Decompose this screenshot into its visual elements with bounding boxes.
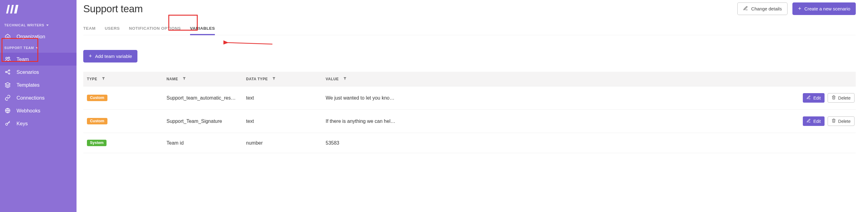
col-header-type[interactable]: TYPE [83,72,163,86]
sidebar-item-team[interactable]: Team [0,53,76,66]
type-badge: Custom [87,95,107,101]
tabs: TEAMUSERSNOTIFICATION OPTIONSVARIABLES [83,24,856,35]
header: Support team Change details + Create a n… [83,0,856,15]
cell-datatype: text [242,110,322,133]
sidebar-section-support-team[interactable]: SUPPORT TEAM [0,43,76,53]
variables-table: TYPE NAME DATA TYPE [83,72,856,153]
tab-variables[interactable]: VARIABLES [190,24,215,35]
filter-icon[interactable] [272,77,276,81]
svg-point-6 [8,70,10,71]
home-icon [4,33,11,40]
delete-button[interactable]: Delete [828,93,855,103]
edit-button[interactable]: Edit [803,116,824,126]
sidebar-item-label: Scenarios [17,69,39,75]
edit-icon [806,95,811,100]
cell-name: Support_Team_Signature [163,110,242,133]
table-row: CustomSupport_team_automatic_res…textWe … [83,86,856,110]
col-header-datatype[interactable]: DATA TYPE [242,72,322,86]
svg-marker-16 [273,77,275,80]
app-logo[interactable] [0,3,76,20]
svg-marker-2 [14,5,18,13]
sidebar-item-webhooks[interactable]: Webhooks [0,104,76,117]
svg-marker-15 [183,77,185,80]
table-row: CustomSupport_Team_SignaturetextIf there… [83,110,856,133]
svg-line-19 [227,42,272,44]
button-label: Delete [838,119,850,124]
col-header-name[interactable]: NAME [163,72,242,86]
cell-value: If there is anything we can hel… [322,110,795,133]
svg-point-4 [8,57,10,59]
sidebar-item-templates[interactable]: Templates [0,79,76,91]
header-actions: Change details + Create a new scenario [737,2,856,15]
cell-datatype: number [242,133,322,153]
page-title: Support team [83,3,143,15]
sidebar-item-label: Keys [17,121,28,126]
edit-button[interactable]: Edit [803,93,824,103]
button-label: Edit [813,119,820,124]
tab-team[interactable]: TEAM [83,24,95,35]
add-team-variable-button[interactable]: + Add team variable [83,50,137,62]
svg-marker-1 [10,5,14,13]
sidebar-item-keys[interactable]: Keys [0,117,76,130]
button-label: Create a new scenario [804,6,850,11]
svg-marker-10 [5,83,10,85]
col-header-actions [795,72,856,86]
layers-icon [4,82,11,88]
chevron-down-icon [46,25,49,26]
main-content: Support team Change details + Create a n… [76,0,868,212]
svg-line-9 [7,72,8,73]
sidebar-item-label: Team [17,56,29,62]
trash-icon [832,119,836,124]
globe-icon [4,107,11,114]
svg-marker-14 [102,77,105,80]
cell-value: We just wanted to let you kno… [322,86,795,110]
sidebar-item-scenarios[interactable]: Scenarios [0,66,76,79]
tab-users[interactable]: USERS [105,24,120,35]
trash-icon [832,95,836,100]
filter-icon[interactable] [102,77,105,81]
sidebar-item-label: Webhooks [17,108,40,114]
svg-marker-0 [6,5,10,13]
cell-name: Support_team_automatic_res… [163,86,242,110]
edit-icon [806,119,811,124]
annotation-arrow [223,38,275,47]
users-icon [4,56,11,62]
action-row: + Add team variable [83,50,856,62]
col-header-value[interactable]: VALUE [322,72,795,86]
filter-icon[interactable] [182,77,186,81]
sidebar-section-technical-writers[interactable]: TECHNICAL WRITERS [0,20,76,30]
button-label: Delete [838,96,850,100]
change-details-button[interactable]: Change details [737,2,787,15]
svg-line-8 [7,71,8,72]
filter-icon[interactable] [343,77,347,81]
chevron-down-icon [36,47,38,49]
button-label: Add team variable [95,54,132,59]
sidebar-item-organization[interactable]: Organization [0,30,76,43]
cell-datatype: text [242,86,322,110]
create-scenario-button[interactable]: + Create a new scenario [793,2,856,15]
button-label: Edit [813,96,820,100]
button-label: Change details [751,6,782,11]
sidebar-section-label: SUPPORT TEAM [4,46,34,50]
link-icon [4,94,11,101]
type-badge: Custom [87,118,107,124]
type-badge: System [87,140,106,146]
share-icon [4,69,11,75]
sidebar: TECHNICAL WRITERS Organization SUPPORT T… [0,0,76,212]
svg-marker-17 [343,77,346,80]
table-row: SystemTeam idnumber53583 [83,133,856,153]
delete-button[interactable]: Delete [828,116,855,126]
sidebar-item-label: Templates [17,82,39,88]
cell-name: Team id [163,133,242,153]
sidebar-section-label: TECHNICAL WRITERS [4,23,44,27]
sidebar-item-label: Organization [17,34,45,39]
svg-point-7 [8,73,10,74]
cell-value: 53583 [322,133,795,153]
key-icon [4,120,11,127]
plus-icon: + [798,5,801,12]
plus-icon: + [89,53,92,59]
sidebar-item-connections[interactable]: Connections [0,91,76,104]
edit-icon [743,6,748,12]
tab-notification-options[interactable]: NOTIFICATION OPTIONS [129,24,181,35]
sidebar-item-label: Connections [17,95,45,101]
